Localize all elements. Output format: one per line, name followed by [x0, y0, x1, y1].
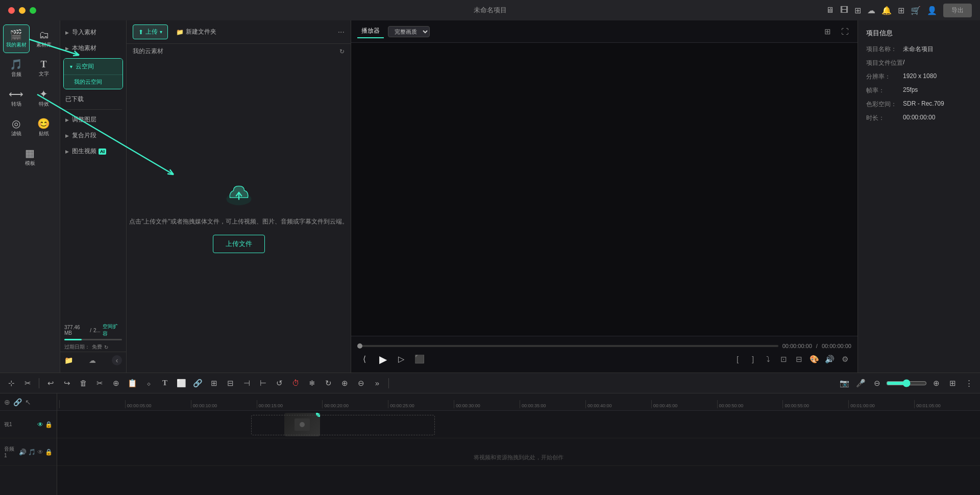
- effects-icon: ✦: [39, 89, 48, 99]
- cloud-folder-icon[interactable]: ☁: [89, 356, 96, 364]
- tl-speed-btn[interactable]: ⏱: [288, 376, 303, 390]
- tl-redo-btn[interactable]: ↪: [60, 376, 74, 390]
- close-button[interactable]: [8, 7, 15, 14]
- cursor-icon[interactable]: ↖: [25, 398, 31, 406]
- toolbar-text[interactable]: T 文字: [31, 54, 57, 83]
- toolbar-media-lib[interactable]: 🗂 素材库: [31, 24, 57, 53]
- tl-more-btn[interactable]: »: [370, 376, 384, 390]
- fit-frame-icon[interactable]: ⛶: [838, 25, 851, 38]
- tl-ungroup-btn[interactable]: ⊟: [223, 376, 237, 390]
- tl-select-tool[interactable]: ⊹: [4, 376, 18, 390]
- toolbar-my-media[interactable]: 🎬 我的素材: [3, 24, 30, 53]
- tl-copy-btn[interactable]: ⊕: [109, 376, 123, 390]
- maximize-button[interactable]: [30, 7, 36, 14]
- track-drop-zone[interactable]: [251, 415, 435, 435]
- tl-freeze-btn[interactable]: ❄: [305, 376, 319, 390]
- tl-crop-btn[interactable]: ⬜: [174, 376, 188, 390]
- video-track-eye-icon[interactable]: 👁: [37, 421, 43, 428]
- tl-blade-tool[interactable]: ✂: [20, 376, 35, 390]
- tl-zoom-out-sm[interactable]: ⊖: [870, 376, 884, 390]
- add-track-icon[interactable]: ⊕: [4, 398, 10, 406]
- magnet-icon[interactable]: 🔗: [13, 398, 22, 406]
- step-back-button[interactable]: ⟨: [357, 352, 372, 366]
- new-folder-button[interactable]: 📁 新建文件夹: [172, 25, 220, 39]
- add-folder-icon[interactable]: 📁: [64, 356, 73, 364]
- tl-delete-btn[interactable]: 🗑: [76, 376, 90, 390]
- tl-split-btn[interactable]: ⬦: [141, 376, 156, 390]
- frame-fwd-btn[interactable]: ⊟: [792, 353, 805, 366]
- film-icon[interactable]: 🎞: [840, 6, 848, 15]
- collapse-sidebar-btn[interactable]: ‹: [112, 355, 122, 365]
- user-icon[interactable]: 👤: [927, 6, 937, 15]
- tl-text-btn[interactable]: T: [158, 376, 172, 390]
- tl-camera-btn[interactable]: 📷: [837, 376, 851, 390]
- tl-mic-btn[interactable]: 🎤: [853, 376, 868, 390]
- audio-track-eye-icon[interactable]: 👁: [37, 449, 43, 456]
- toolbar-effects[interactable]: ✦ 特效: [31, 84, 57, 112]
- tl-cut-btn[interactable]: ✂: [92, 376, 107, 390]
- timeline-zoom-slider[interactable]: [886, 379, 927, 387]
- tl-zoom-in-btn[interactable]: ⊕: [337, 376, 352, 390]
- insert-overwrite-btn[interactable]: ⤵: [762, 353, 775, 366]
- tl-loop-btn[interactable]: ↻: [321, 376, 335, 390]
- play-button[interactable]: ▶: [376, 352, 390, 366]
- tab-player[interactable]: 播放器: [357, 24, 384, 38]
- bell-icon[interactable]: 🔔: [881, 6, 892, 15]
- apps-icon[interactable]: ⊞: [898, 6, 904, 15]
- audio-track-mute-icon[interactable]: 🔊: [19, 449, 27, 456]
- toolbar-filter[interactable]: ◎ 滤镜: [3, 113, 30, 142]
- toolbar-transition[interactable]: ⟷ 转场: [3, 84, 30, 112]
- tl-flip-btn[interactable]: ⊢: [256, 376, 270, 390]
- tl-undo-btn[interactable]: ↩: [43, 376, 58, 390]
- color-btn[interactable]: 🎨: [807, 353, 821, 366]
- refresh-icon[interactable]: ↻: [104, 344, 108, 350]
- tl-grid-icon[interactable]: ⊞: [945, 376, 960, 390]
- sidebar-item-adjustment[interactable]: ▶ 调整图层: [60, 112, 126, 128]
- cloud-upload-icon[interactable]: ☁: [867, 6, 875, 15]
- tl-mirror-btn[interactable]: ⊣: [239, 376, 254, 390]
- media-header-more-btn[interactable]: ···: [338, 28, 345, 37]
- upload-arrow-icon: ⬆: [138, 29, 143, 36]
- sidebar-item-ai-video[interactable]: ▶ 图生视频 AI: [60, 143, 126, 159]
- grid-view-icon[interactable]: ⊞: [821, 25, 834, 38]
- mark-out-btn[interactable]: ]: [746, 353, 760, 366]
- audio-btn[interactable]: 🔊: [823, 353, 836, 366]
- minimize-button[interactable]: [19, 7, 26, 14]
- audio-track[interactable]: 将视频和资源拖拽到此处，开始创作: [57, 438, 980, 466]
- sidebar-item-local[interactable]: ▶ 本地素材: [60, 40, 126, 56]
- sidebar-item-compound[interactable]: ▶ 复合片段: [60, 128, 126, 143]
- refresh-media-icon[interactable]: ↻: [339, 48, 345, 55]
- settings-btn[interactable]: ⚙: [838, 353, 851, 366]
- sidebar-item-downloaded[interactable]: 已下载: [60, 91, 126, 107]
- video-track-lock-icon[interactable]: 🔒: [45, 421, 53, 428]
- expand-storage-btn[interactable]: 空间扩容: [103, 323, 122, 337]
- tl-zoom-out-btn[interactable]: ⊖: [354, 376, 368, 390]
- toolbar-template[interactable]: ▦ 模板: [17, 143, 43, 171]
- tl-expand-icon[interactable]: ⋮: [962, 376, 976, 390]
- template-icon[interactable]: ⊞: [854, 6, 861, 15]
- sidebar-my-cloud[interactable]: 我的云空间: [64, 75, 122, 89]
- video-track[interactable]: +: [57, 411, 980, 438]
- stop-button[interactable]: ⬛: [412, 352, 427, 366]
- upload-button[interactable]: ⬆ 上传 ▾: [133, 24, 168, 39]
- cart-icon[interactable]: 🛒: [911, 6, 921, 15]
- tl-rotate-btn[interactable]: ↺: [272, 376, 286, 390]
- toolbar-sticker[interactable]: 😊 贴纸: [31, 113, 57, 142]
- scrubber-bar[interactable]: [357, 345, 778, 347]
- frame-back-btn[interactable]: ⊡: [777, 353, 790, 366]
- sidebar-cloud-header[interactable]: ▼ 云空间: [64, 59, 122, 75]
- tl-zoom-in-sm[interactable]: ⊕: [929, 376, 943, 390]
- tl-group-btn[interactable]: ⊞: [207, 376, 221, 390]
- mark-in-btn[interactable]: [: [731, 353, 744, 366]
- export-button[interactable]: 导出: [943, 4, 972, 17]
- upload-file-button[interactable]: 上传文件: [213, 235, 265, 253]
- step-forward-button[interactable]: ▷: [394, 352, 408, 366]
- tl-link-btn[interactable]: 🔗: [190, 376, 205, 390]
- audio-track-lock-icon[interactable]: 🔒: [45, 449, 53, 456]
- monitor-icon[interactable]: 🖥: [826, 6, 834, 15]
- tl-paste-btn[interactable]: 📋: [125, 376, 139, 390]
- toolbar-audio[interactable]: 🎵 音频: [3, 54, 30, 83]
- quality-select[interactable]: 完整画质: [388, 26, 430, 37]
- audio-track-solo-icon[interactable]: 🎵: [28, 449, 36, 456]
- sidebar-item-imported[interactable]: ▶ 导入素材: [60, 24, 126, 40]
